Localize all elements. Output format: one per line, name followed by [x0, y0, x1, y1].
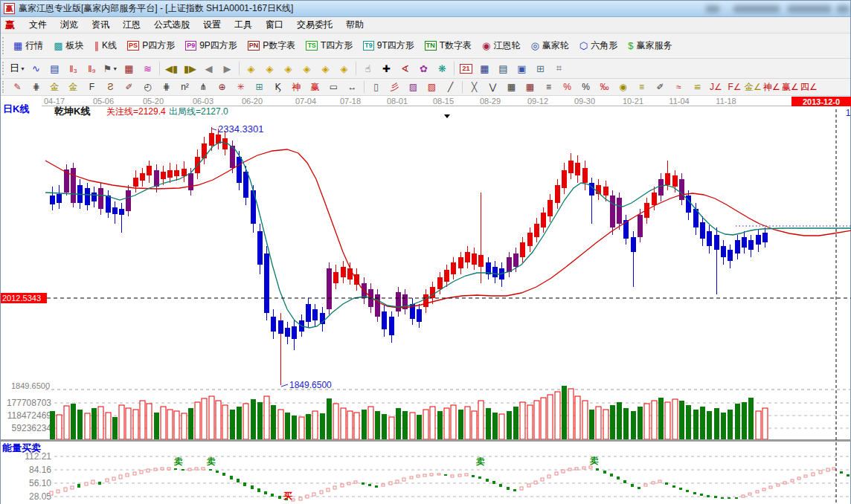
t-number-table-button[interactable]: TNT数字表: [420, 36, 477, 56]
zoom-cross-button[interactable]: ◈: [298, 60, 316, 77]
9t-square-button[interactable]: T99T四方形: [358, 36, 420, 56]
zoom-left-button[interactable]: ◈: [242, 60, 260, 77]
wave-tool-button[interactable]: ≈: [669, 80, 688, 94]
first-page-button[interactable]: ◀▮: [162, 60, 181, 77]
flag-marker-button[interactable]: ⚑▼: [101, 60, 120, 77]
p-number-table-button[interactable]: PNP数字表: [243, 36, 301, 56]
period-selector-button[interactable]: 日▼: [8, 60, 27, 77]
target-grid-button[interactable]: ⊞: [250, 80, 269, 94]
width-tool-button[interactable]: ↔: [343, 80, 362, 94]
menu-item-2[interactable]: 浏览: [54, 17, 85, 33]
percent-chart-button[interactable]: ≡: [539, 80, 558, 94]
purple-box-tool-button[interactable]: ▨: [404, 80, 423, 94]
9p-square-button[interactable]: P99P四方形: [180, 36, 243, 56]
sectors-button[interactable]: ▩板块: [48, 36, 89, 56]
calendar-21-button[interactable]: 21: [457, 60, 475, 77]
menu-item-5[interactable]: 公式选股: [147, 17, 196, 33]
n-squared-button[interactable]: n²: [176, 80, 194, 94]
gann-wheel-button[interactable]: ◉江恩轮: [477, 36, 525, 56]
kline-button[interactable]: ∥K线: [89, 36, 123, 56]
pencil-tool-button[interactable]: ✎: [8, 80, 27, 94]
clipboard-view-button[interactable]: ▤: [45, 60, 64, 77]
f-angle-button[interactable]: F∠: [725, 80, 744, 94]
toolbar-grip[interactable]: [2, 62, 6, 75]
rays-tool-button[interactable]: 彡: [385, 80, 404, 94]
ruler-tool-button[interactable]: ▭: [324, 80, 343, 94]
hand-tool-button[interactable]: ☝: [359, 60, 377, 77]
kline-chart-svg[interactable]: 04-1705-0605-2006-0306-2007-0407-1808-01…: [1, 96, 851, 504]
quotes-button[interactable]: ▦行情: [8, 36, 48, 56]
notes-button[interactable]: ▤: [494, 60, 513, 77]
gold-angle-button[interactable]: 金∠: [744, 80, 762, 94]
hatch-tool-button[interactable]: ⋕: [27, 80, 45, 94]
shen-grid-button[interactable]: 神: [287, 80, 306, 94]
menu-item-4[interactable]: 江恩: [116, 17, 147, 33]
diag-line-tool-button[interactable]: ╱: [441, 80, 460, 94]
menu-item-3[interactable]: 资讯: [85, 17, 116, 33]
hatch-2-button[interactable]: ⋕: [157, 80, 176, 94]
flower-tool-button[interactable]: ✿: [414, 60, 433, 77]
target-star-button[interactable]: ✳: [231, 80, 250, 94]
f-hatch-button[interactable]: F: [83, 80, 101, 94]
ying-angle-button[interactable]: 赢∠: [781, 80, 800, 94]
fan-tool-button[interactable]: ⋔: [194, 80, 213, 94]
crosshair-tool-button[interactable]: ✚: [377, 60, 396, 77]
hexagon-button[interactable]: ⬡六角形: [574, 36, 623, 56]
menu-item-6[interactable]: 设置: [196, 17, 228, 33]
gold-hatch-1-button[interactable]: 金: [45, 80, 64, 94]
grid-black-button[interactable]: ▦: [502, 80, 521, 94]
t-square-button[interactable]: TST四方形: [301, 36, 358, 56]
brain-tool-button[interactable]: ❋: [433, 60, 452, 77]
app-logo-icon[interactable]: 赢: [4, 3, 15, 14]
bars-3-button[interactable]: ǁ₃: [64, 60, 83, 77]
zoom-right-button[interactable]: ◈: [260, 60, 279, 77]
menu-item-8[interactable]: 窗口: [259, 17, 290, 33]
zigzag-view-button[interactable]: ∿: [27, 60, 45, 77]
winner-wheel-button[interactable]: ◎赢家轮: [525, 36, 574, 56]
zoom-horizontal-button[interactable]: ◈: [279, 60, 298, 77]
zoom-vertical-button[interactable]: ◈: [316, 60, 335, 77]
next-page-button[interactable]: ▶: [218, 60, 237, 77]
multi-line-tool-button[interactable]: ╳: [465, 80, 484, 94]
menu-item-1[interactable]: 文件: [22, 17, 54, 33]
grid-view-button[interactable]: ▦: [120, 60, 138, 77]
permille-button[interactable]: ‰: [595, 80, 614, 94]
percent-button[interactable]: %: [577, 80, 595, 94]
last-page-button[interactable]: ▮▶: [181, 60, 199, 77]
k-quote-button[interactable]: Ϗ: [269, 80, 287, 94]
red-box-tool-button[interactable]: ▧: [423, 80, 441, 94]
gold-level-button[interactable]: ≌: [688, 80, 707, 94]
gate-tool-button[interactable]: ▯: [367, 80, 385, 94]
grid-red-button[interactable]: ▦: [521, 80, 539, 94]
target-circle-button[interactable]: ⊕: [213, 80, 231, 94]
menu-item-7[interactable]: 工具: [228, 17, 259, 33]
shen-angle-button[interactable]: 神∠: [762, 80, 781, 94]
export-data-button[interactable]: ⊞: [531, 60, 550, 77]
si-angle-button[interactable]: 四∠: [800, 80, 818, 94]
percent-line-button[interactable]: %: [558, 80, 577, 94]
spiral-tool-button[interactable]: Ƨ: [101, 80, 120, 94]
toolbar-grip[interactable]: [2, 81, 6, 92]
prev-page-button[interactable]: ◀: [199, 60, 218, 77]
j-angle-button[interactable]: J∠: [707, 80, 725, 94]
gold-lines-button[interactable]: ≡: [632, 80, 651, 94]
menu-item-10[interactable]: 帮助: [339, 17, 370, 33]
calculator-button[interactable]: ▦: [475, 60, 494, 77]
brush-tool-button[interactable]: ✐: [651, 80, 669, 94]
zoom-all-button[interactable]: ◈: [335, 60, 353, 77]
p-square-button[interactable]: PSP四方形: [122, 36, 180, 56]
clock-tool-button[interactable]: ◴: [138, 80, 157, 94]
pencil-2-button[interactable]: ✐: [120, 80, 138, 94]
chart-area[interactable]: 04-1705-0605-2006-0306-2007-0407-1808-01…: [1, 96, 850, 504]
ying-grid-button[interactable]: 赢: [306, 80, 324, 94]
gold-hatch-2-button[interactable]: 金: [64, 80, 83, 94]
menu-item-9[interactable]: 交易委托: [290, 17, 339, 33]
bars-9-button[interactable]: ǁ₉: [83, 60, 101, 77]
toolbar-grip[interactable]: [2, 37, 6, 54]
gold-circle-button[interactable]: ◉: [614, 80, 632, 94]
save-button[interactable]: ▣: [513, 60, 531, 77]
winner-service-button[interactable]: $赢家服务: [623, 36, 677, 56]
color-bars-button[interactable]: ≋: [138, 60, 157, 77]
valley-tool-button[interactable]: ⋁: [484, 80, 502, 94]
angle-measure-button[interactable]: ∢: [396, 60, 414, 77]
